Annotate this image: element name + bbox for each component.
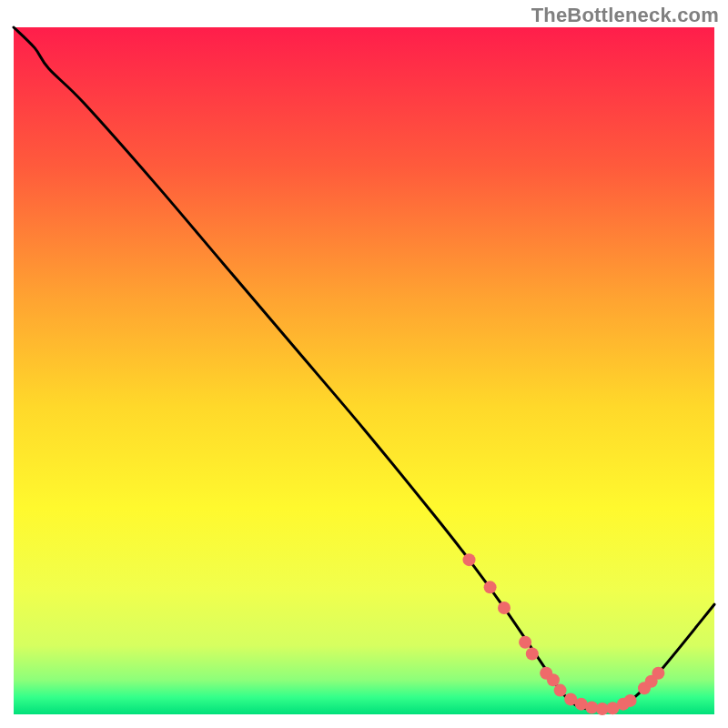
bottleneck-marker xyxy=(498,602,511,614)
bottleneck-marker xyxy=(652,667,664,680)
watermark-text: TheBottleneck.com xyxy=(531,4,719,27)
bottleneck-marker xyxy=(526,648,539,661)
bottleneck-marker xyxy=(624,694,637,707)
bottleneck-marker xyxy=(519,636,531,649)
chart-background xyxy=(14,27,714,714)
bottleneck-marker xyxy=(554,684,567,697)
bottleneck-chart xyxy=(0,0,728,728)
bottleneck-marker xyxy=(484,581,497,593)
bottleneck-marker xyxy=(463,553,476,566)
chart-container: TheBottleneck.com xyxy=(0,0,728,728)
bottleneck-marker xyxy=(547,673,560,686)
